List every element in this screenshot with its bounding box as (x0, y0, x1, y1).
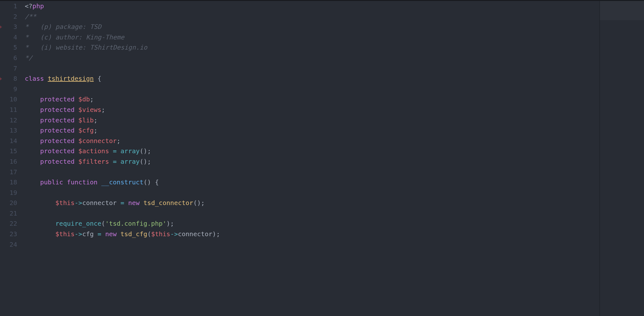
code-token: (); (193, 198, 205, 208)
code-line[interactable]: * (i) website: TShirtDesign.io (25, 42, 644, 53)
code-token (25, 136, 40, 146)
code-token: class (25, 73, 44, 84)
minimap[interactable] (599, 1, 644, 316)
code-line[interactable] (25, 63, 644, 74)
code-token (101, 229, 105, 239)
code-line[interactable] (25, 84, 644, 94)
code-line[interactable] (25, 167, 644, 177)
code-line[interactable]: $this->cfg = new tsd_cfg($this->connecto… (25, 229, 644, 239)
code-token: array (120, 146, 140, 156)
line-number: 7 (0, 63, 17, 74)
code-token: (); (140, 156, 151, 167)
code-token: array (120, 156, 140, 167)
line-number: 3 (0, 22, 17, 32)
minimap-viewport[interactable] (600, 1, 644, 20)
code-line[interactable] (25, 208, 644, 219)
code-token (75, 94, 79, 105)
code-token: ); (167, 218, 174, 229)
code-line[interactable]: protected $connector; (25, 136, 644, 146)
code-token (75, 125, 79, 136)
code-token (25, 229, 55, 239)
code-line[interactable]: $this->connector = new tsd_connector(); (25, 198, 644, 208)
code-line[interactable]: protected $actions = array(); (25, 146, 644, 156)
code-token: { (98, 73, 101, 84)
code-token: protected (40, 156, 74, 167)
code-token: $db (79, 94, 90, 105)
code-editor-area[interactable]: <?php/*** (p) package: TSD* (c) author: … (22, 1, 644, 316)
code-token: __construct (101, 177, 143, 188)
code-token: * (i) website: TShirtDesign.io (25, 42, 147, 53)
code-token: public (40, 177, 63, 188)
code-token: new (105, 229, 117, 239)
line-number-gutter[interactable]: 123456789101112131415161718192021222324 (0, 1, 22, 316)
code-token: $this (151, 229, 170, 239)
code-token: = (113, 146, 117, 156)
line-number: 18 (0, 177, 17, 188)
code-token: cfg (82, 229, 98, 239)
code-token (44, 73, 48, 84)
code-token: -> (75, 229, 82, 239)
code-token: ); (212, 229, 220, 239)
code-line[interactable]: protected $lib; (25, 115, 644, 126)
line-number: 1 (0, 1, 17, 11)
code-token (25, 94, 40, 105)
code-line[interactable]: class tshirtdesign { (25, 73, 644, 84)
code-token: require_once (55, 218, 101, 229)
code-token: ; (94, 115, 98, 126)
code-token: protected (40, 105, 74, 115)
line-number: 17 (0, 167, 17, 177)
code-line[interactable] (25, 188, 644, 198)
code-token: connector (178, 229, 212, 239)
code-token (75, 115, 79, 126)
line-number: 19 (0, 188, 17, 198)
line-number: 5 (0, 42, 17, 53)
line-number: 13 (0, 125, 17, 136)
code-token: $cfg (79, 125, 94, 136)
line-number: 21 (0, 208, 17, 219)
code-line[interactable]: protected $db; (25, 94, 644, 105)
line-number: 14 (0, 136, 17, 146)
code-line[interactable]: protected $views; (25, 105, 644, 115)
code-token: protected (40, 94, 74, 105)
code-line[interactable]: * (c) author: King-Theme (25, 32, 644, 43)
code-line[interactable]: public function __construct() { (25, 177, 644, 188)
code-token: * (c) author: King-Theme (25, 32, 124, 43)
code-token: $views (79, 105, 101, 115)
code-line[interactable]: /** (25, 11, 644, 22)
code-token (94, 73, 98, 84)
line-number: 11 (0, 105, 17, 115)
code-token (109, 156, 113, 167)
code-token: = (120, 198, 124, 208)
code-line[interactable]: <?php (25, 1, 644, 11)
code-token: tsd_cfg (120, 229, 147, 239)
code-token (25, 105, 40, 115)
code-token: $actions (79, 146, 109, 156)
code-token: function (67, 177, 97, 188)
code-line[interactable]: */ (25, 53, 644, 63)
line-number: 23 (0, 229, 17, 239)
code-line[interactable] (25, 239, 644, 250)
code-token: = (98, 229, 101, 239)
code-token: 'tsd.config.php' (105, 218, 167, 229)
code-token: <? (25, 1, 32, 11)
code-token: tshirtdesign (48, 73, 94, 84)
code-token: ; (101, 105, 105, 115)
code-token: php (32, 1, 44, 11)
code-line[interactable]: require_once('tsd.config.php'); (25, 218, 644, 229)
line-number: 8 (0, 73, 17, 84)
code-token: tsd_connector (143, 198, 193, 208)
code-token: */ (25, 53, 32, 63)
code-line[interactable]: * (p) package: TSD (25, 22, 644, 32)
code-token (140, 198, 143, 208)
code-token: () { (143, 177, 159, 188)
line-number: 2 (0, 11, 17, 22)
code-token (117, 229, 120, 239)
line-number: 16 (0, 156, 17, 167)
code-line[interactable]: protected $filters = array(); (25, 156, 644, 167)
code-token: /** (25, 11, 36, 22)
line-number: 10 (0, 94, 17, 105)
code-token: ; (117, 136, 120, 146)
code-token: -> (170, 229, 178, 239)
code-token (117, 156, 120, 167)
code-line[interactable]: protected $cfg; (25, 125, 644, 136)
